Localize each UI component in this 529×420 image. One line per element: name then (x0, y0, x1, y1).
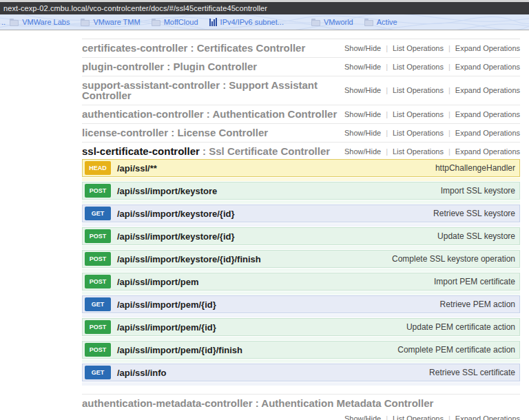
api-docs-wrap: certificates-controller : Certificates C… (82, 39, 520, 420)
resource-heading-link[interactable]: license-controller : License Controller (82, 127, 268, 138)
list-operations-link[interactable]: List Operations (393, 63, 444, 71)
expand-operations-link[interactable]: Expand Operations (455, 86, 520, 94)
list-operations-link[interactable]: List Operations (393, 110, 444, 118)
expand-operations-link[interactable]: Expand Operations (455, 129, 520, 137)
http-method-badge[interactable]: GET (85, 207, 111, 220)
resource-name[interactable]: license-controller (82, 127, 168, 138)
bookmark-item[interactable]: VMware TMM (81, 18, 140, 26)
operation: POST /api/ssl/import/keystore/{id}/finis… (82, 250, 520, 272)
operation-row[interactable]: POST /api/ssl/import/pem/{id} Update PEM… (82, 318, 520, 336)
expand-operations-link[interactable]: Expand Operations (455, 110, 520, 118)
show-hide-link[interactable]: Show/Hide (344, 63, 381, 71)
show-hide-link[interactable]: Show/Hide (344, 110, 381, 118)
list-operations-link[interactable]: List Operations (393, 147, 444, 156)
http-method-badge[interactable]: HEAD (85, 161, 111, 175)
operation-path-link[interactable]: /api/ssl/import/pem/{id} (117, 322, 216, 333)
api-resource: license-controller : License Controller … (82, 124, 520, 143)
expand-operations-link[interactable]: Expand Operations (455, 44, 520, 52)
http-method-badge[interactable]: GET (85, 297, 111, 311)
http-method-badge[interactable]: POST (85, 229, 111, 243)
resource-name[interactable]: certificates-controller (82, 42, 187, 54)
resource-header: authentication-metadata-controller : Aut… (82, 398, 520, 420)
operation-row[interactable]: GET /api/ssl/import/pem/{id} Retrieve PE… (82, 295, 520, 313)
http-method-badge[interactable]: POST (85, 320, 111, 334)
bar-chart-icon (209, 18, 217, 26)
bookmarks-overflow[interactable]: .. (1, 18, 6, 26)
expand-operations-link[interactable]: Expand Operations (455, 147, 520, 156)
list-operations-link[interactable]: List Operations (393, 129, 444, 137)
http-method-badge[interactable]: POST (85, 252, 111, 266)
resource-header: support-assistant-controller : Support A… (82, 80, 520, 101)
http-method-badge[interactable]: POST (85, 275, 111, 288)
page-content: certificates-controller : Certificates C… (0, 39, 529, 420)
list-operations-link[interactable]: List Operations (393, 86, 444, 94)
operation-row[interactable]: POST /api/ssl/import/keystore Import SSL… (82, 182, 520, 200)
operation: GET /api/ssl/import/pem/{id} Retrieve PE… (82, 295, 520, 317)
resource-actions: Show/Hide|List Operations|Expand Operati… (344, 63, 520, 71)
bookmark-label: IPv4/IPv6 subnet... (220, 18, 284, 26)
resource-heading-link[interactable]: support-assistant-controller : Support A… (82, 80, 344, 101)
operation-footer-strip (82, 291, 520, 295)
operation-path-link[interactable]: /api/ssl/info (117, 368, 167, 378)
folder-icon (81, 20, 90, 26)
show-hide-link[interactable]: Show/Hide (344, 414, 381, 420)
operation-path-link[interactable]: /api/ssl/import/keystore (117, 186, 217, 196)
expand-operations-link[interactable]: Expand Operations (455, 414, 520, 420)
operation-row[interactable]: POST /api/ssl/import/pem/{id}/finish Com… (82, 341, 520, 359)
operation-footer-strip (82, 359, 520, 363)
resource-name[interactable]: authentication-metadata-controller (82, 397, 253, 409)
bookmarks-items: VMWare Labs VMware TMM MoffCloud IPv4/IP… (10, 18, 408, 26)
list-operations-link[interactable]: List Operations (393, 44, 444, 52)
http-method-badge[interactable]: GET (85, 366, 111, 379)
operation-path-link[interactable]: /api/ssl/import/keystore/{id}/finish (117, 254, 261, 264)
resource-heading-link[interactable]: authentication-controller : Authenticati… (82, 109, 337, 119)
operation-row[interactable]: POST /api/ssl/import/pem Import PEM cert… (82, 273, 520, 291)
resource-description: : License Controller (168, 127, 268, 138)
resource-heading-link[interactable]: authentication-metadata-controller : Aut… (82, 398, 520, 408)
resource-name[interactable]: plugin-controller (82, 61, 164, 72)
operation-row[interactable]: POST /api/ssl/import/keystore/{id} Updat… (82, 227, 520, 245)
operation-path-link[interactable]: /api/ssl/import/pem (117, 277, 198, 287)
operation-row[interactable]: POST /api/ssl/import/keystore/{id}/finis… (82, 250, 520, 268)
resource-header: certificates-controller : Certificates C… (82, 43, 520, 53)
resource-actions: Show/Hide|List Operations|Expand Operati… (82, 414, 520, 420)
operation-path-link[interactable]: /api/ssl/import/pem/{id} (117, 300, 216, 310)
operation-path-link[interactable]: /api/ssl/import/keystore/{id} (117, 231, 235, 242)
bookmark-item[interactable]: Active (364, 18, 397, 26)
operation-path-link[interactable]: /api/ssl/import/keystore/{id} (117, 209, 235, 219)
operation-path-link[interactable]: /api/ssl/import/pem/{id}/finish (117, 345, 242, 355)
show-hide-link[interactable]: Show/Hide (344, 129, 381, 137)
operation: POST /api/ssl/import/pem/{id}/finish Com… (82, 341, 520, 363)
resource-name[interactable]: ssl-certificate-controller (82, 145, 200, 157)
operation-row[interactable]: HEAD /api/ssl/** httpChallengeHandler (82, 159, 520, 177)
show-hide-link[interactable]: Show/Hide (344, 147, 381, 156)
expand-operations-link[interactable]: Expand Operations (455, 63, 520, 71)
list-operations-link[interactable]: List Operations (393, 414, 444, 420)
resource-header: ssl-certificate-controller : Ssl Certifi… (82, 146, 520, 156)
bookmark-item[interactable]: MoffCloud (152, 18, 198, 26)
resource-heading-link[interactable]: ssl-certificate-controller : Ssl Certifi… (82, 146, 330, 156)
operation-footer-strip (82, 269, 520, 272)
operation-row[interactable]: GET /api/ssl/import/keystore/{id} Retrie… (82, 204, 520, 222)
operation-summary: Retrieve PEM action (440, 300, 515, 309)
api-resource: authentication-controller : Authenticati… (82, 105, 520, 124)
resource-heading-link[interactable]: plugin-controller : Plugin Controller (82, 61, 257, 72)
resource-name[interactable]: authentication-controller (82, 108, 204, 120)
bookmark-item[interactable]: IPv4/IPv6 subnet... (209, 18, 284, 26)
operation-row[interactable]: GET /api/ssl/info Retrieve SSL certifica… (82, 364, 520, 381)
operation-path-link[interactable]: /api/ssl/** (117, 163, 157, 174)
show-hide-link[interactable]: Show/Hide (344, 86, 381, 94)
resource-actions: Show/Hide|List Operations|Expand Operati… (344, 147, 520, 156)
bookmark-label: MoffCloud (164, 18, 198, 26)
http-method-badge[interactable]: POST (85, 343, 111, 357)
operation: GET /api/ssl/info Retrieve SSL certifica… (82, 364, 520, 386)
operation: POST /api/ssl/import/keystore/{id} Updat… (82, 227, 520, 249)
bookmark-item[interactable]: VMworld (311, 18, 353, 26)
resource-heading-link[interactable]: certificates-controller : Certificates C… (82, 43, 305, 53)
operation: POST /api/ssl/import/pem Import PEM cert… (82, 273, 520, 295)
bookmark-item[interactable]: VMWare Labs (10, 18, 70, 26)
folder-icon (152, 20, 160, 26)
operation: POST /api/ssl/import/pem/{id} Update PEM… (82, 318, 520, 340)
show-hide-link[interactable]: Show/Hide (344, 44, 381, 52)
http-method-badge[interactable]: POST (85, 184, 111, 198)
